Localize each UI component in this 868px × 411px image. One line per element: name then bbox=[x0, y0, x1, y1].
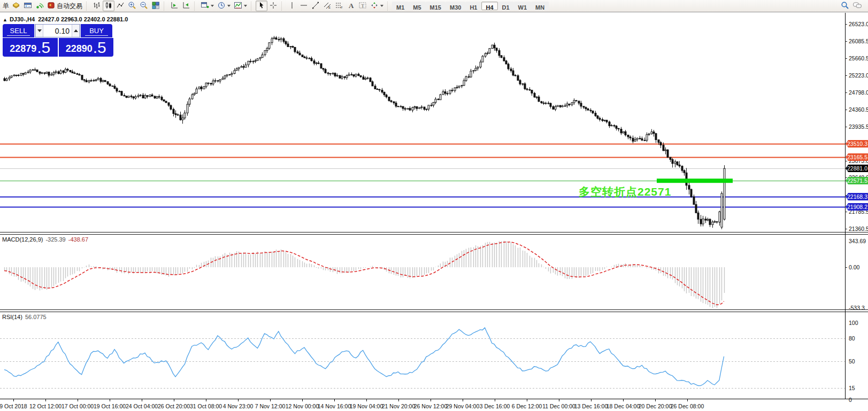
timeframe-w1[interactable]: W1 bbox=[514, 2, 532, 10]
candle-body bbox=[102, 80, 104, 81]
candle-body bbox=[243, 66, 244, 67]
time-tick-mark bbox=[655, 399, 656, 401]
candle-body bbox=[140, 95, 141, 96]
candle-body bbox=[433, 103, 434, 105]
tile-windows-button[interactable] bbox=[150, 1, 162, 11]
timeframe-h4[interactable]: H4 bbox=[481, 2, 497, 10]
candle-body bbox=[688, 185, 690, 189]
candle-body bbox=[575, 100, 577, 101]
candle-body bbox=[636, 138, 638, 140]
auto-scroll-button[interactable] bbox=[180, 1, 192, 11]
time-tick-mark bbox=[238, 399, 239, 401]
horizontal-line-button[interactable] bbox=[298, 1, 310, 11]
timeframe-m30[interactable]: M30 bbox=[445, 2, 465, 10]
candle-body bbox=[485, 53, 486, 56]
candlestick-chart-button[interactable] bbox=[103, 1, 114, 11]
profiles-button[interactable] bbox=[216, 1, 232, 11]
signals-button[interactable] bbox=[34, 1, 45, 11]
text-label-button[interactable]: T bbox=[357, 1, 368, 11]
equidistant-channel-button[interactable]: E bbox=[321, 1, 333, 11]
chart-shift-button[interactable] bbox=[168, 1, 180, 11]
chat-button[interactable] bbox=[851, 1, 864, 11]
candle-body bbox=[334, 73, 336, 76]
volume-decrease-button[interactable] bbox=[35, 25, 43, 37]
search-button[interactable] bbox=[839, 1, 851, 11]
orders-button[interactable] bbox=[10, 1, 22, 11]
candle-body bbox=[693, 197, 695, 205]
new-order-label[interactable]: 单 bbox=[3, 2, 9, 11]
main-chart-pane[interactable] bbox=[0, 13, 845, 232]
volume-input[interactable] bbox=[43, 25, 72, 37]
candle-body bbox=[278, 40, 280, 40]
new-chart-icon bbox=[201, 1, 209, 11]
price-tick-mark bbox=[845, 212, 847, 212]
rsi-pane[interactable] bbox=[0, 312, 845, 399]
buy-button[interactable]: BUY bbox=[81, 24, 112, 37]
candle-body bbox=[625, 131, 626, 135]
timeframe-m5[interactable]: M5 bbox=[409, 2, 425, 10]
crosshair-button[interactable] bbox=[267, 1, 279, 11]
candle-body bbox=[177, 115, 179, 115]
macd-pane[interactable] bbox=[0, 235, 845, 309]
line-chart-button[interactable] bbox=[114, 1, 126, 11]
candle-body bbox=[677, 162, 678, 165]
candle-body bbox=[299, 53, 301, 55]
pivot-highlight-bar[interactable] bbox=[657, 179, 733, 183]
candle-body bbox=[79, 74, 80, 75]
price-line-label: 22571.5 bbox=[846, 177, 868, 184]
autotrading-label: 自动交易 bbox=[57, 2, 82, 11]
price-tick-mark bbox=[845, 24, 847, 25]
sell-button[interactable]: SELL bbox=[3, 24, 34, 37]
trendline-button[interactable] bbox=[310, 1, 321, 11]
candle-body bbox=[700, 219, 702, 224]
candle-body bbox=[409, 108, 411, 110]
candle-body bbox=[51, 74, 52, 75]
candle-body bbox=[660, 143, 662, 145]
timeframe-d1[interactable]: D1 bbox=[498, 2, 514, 10]
time-tick-mark bbox=[13, 399, 14, 401]
time-axis[interactable]: 9 Oct 201812 Oct 12:0017 Oct 00:0019 Oct… bbox=[0, 399, 868, 411]
zoom-in-button[interactable] bbox=[126, 1, 138, 11]
candlestick-chart-icon bbox=[104, 1, 113, 11]
candle-body bbox=[616, 126, 617, 128]
candle-body bbox=[184, 113, 186, 118]
svg-text:A: A bbox=[349, 1, 354, 9]
candle-body bbox=[571, 103, 573, 105]
timeframe-m1[interactable]: M1 bbox=[392, 2, 409, 10]
time-tick-mark bbox=[398, 399, 399, 401]
buy-price[interactable]: 22890.5 bbox=[59, 38, 114, 57]
candle-body bbox=[147, 96, 148, 97]
collapse-icon[interactable]: ▲ bbox=[3, 17, 7, 22]
timeframe-mn[interactable]: MN bbox=[531, 2, 549, 10]
timeframe-m15[interactable]: M15 bbox=[426, 2, 445, 10]
macd-axis-label: -533.3 bbox=[849, 305, 868, 311]
time-tick-mark bbox=[302, 399, 303, 401]
sell-price[interactable]: 22879.5 bbox=[3, 38, 58, 57]
buy-underline bbox=[85, 35, 108, 36]
bar-chart-button[interactable] bbox=[91, 1, 103, 11]
text-button[interactable]: A bbox=[345, 1, 357, 11]
indicators-button[interactable] bbox=[232, 1, 249, 11]
candle-body bbox=[653, 132, 655, 134]
arrows-button[interactable] bbox=[368, 1, 385, 11]
new-chart-button[interactable] bbox=[199, 1, 216, 11]
vertical-line-icon bbox=[288, 1, 296, 11]
fibonacci-button[interactable]: F bbox=[333, 1, 345, 11]
cursor-button[interactable] bbox=[256, 1, 267, 11]
candle-body bbox=[137, 96, 139, 97]
volume-increase-button[interactable] bbox=[72, 25, 80, 37]
price-tick-mark bbox=[845, 177, 847, 178]
candle-body bbox=[262, 55, 263, 58]
autotrading-button[interactable]: 自动交易 bbox=[45, 1, 84, 11]
zoom-out-icon bbox=[140, 1, 148, 11]
candle-body bbox=[550, 103, 551, 106]
market-watch-button[interactable] bbox=[22, 1, 34, 11]
candle-body bbox=[217, 81, 219, 81]
timeframe-h1[interactable]: H1 bbox=[465, 2, 481, 10]
vertical-line-button[interactable] bbox=[286, 1, 298, 11]
cursor-icon bbox=[257, 1, 266, 11]
candle-body bbox=[623, 131, 624, 133]
zoom-out-button[interactable] bbox=[138, 1, 150, 11]
rsi-line bbox=[4, 328, 724, 386]
candle-body bbox=[168, 103, 170, 105]
